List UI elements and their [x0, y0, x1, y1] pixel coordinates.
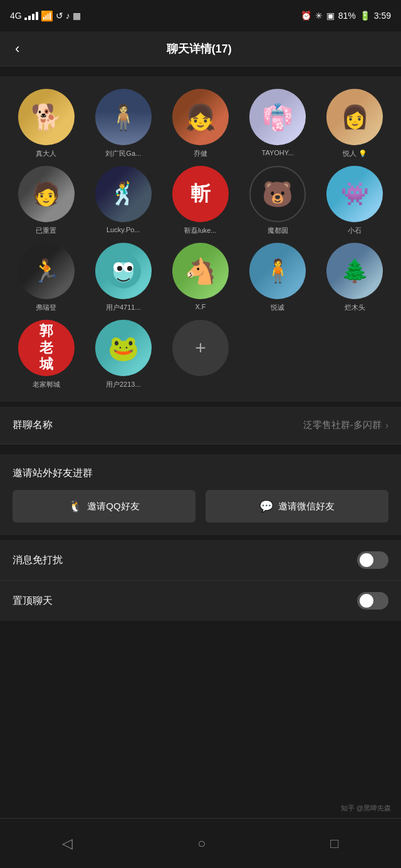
do-not-disturb-toggle[interactable]: [357, 551, 388, 569]
avatar: 斬: [172, 166, 229, 222]
svg-point-5: [127, 266, 132, 271]
tiktok-icon: ♪: [66, 11, 70, 21]
member-item[interactable]: 🏃 弗瑞登: [10, 243, 82, 312]
member-item[interactable]: 🐸 用户2213...: [87, 320, 159, 389]
time-display: 3:59: [374, 11, 391, 21]
member-name: 靳磊luke...: [184, 226, 216, 235]
chevron-right-icon: ›: [385, 420, 388, 431]
battery-icon: 🔋: [360, 11, 370, 21]
member-name: 乔健: [194, 149, 207, 158]
recents-nav-icon: □: [330, 835, 338, 852]
status-right: ⏰ ✳ ▣ 81% 🔋 3:59: [301, 11, 391, 21]
add-member-button[interactable]: +: [172, 320, 229, 376]
avatar: 🐻: [249, 166, 306, 222]
member-item[interactable]: 🧑 已重置: [10, 166, 82, 235]
group-name-row[interactable]: 群聊名称 泛零售社群-多闪群 ›: [0, 407, 401, 444]
member-item[interactable]: 斬 靳磊luke...: [164, 166, 236, 235]
settings-section: 群聊名称 泛零售社群-多闪群 ›: [0, 407, 401, 444]
member-item[interactable]: 🌲 烂木头: [319, 243, 391, 312]
avatar: 👘: [249, 89, 306, 145]
pin-chat-row: 置顶聊天: [0, 581, 401, 621]
toggle-settings-section: 消息免打扰 置顶聊天: [0, 540, 401, 621]
members-grid: 🐕 真大人 🧍 刘广民Ga... 👧 乔健 👘 TAYOHY... 👩: [10, 89, 391, 389]
avatar: [95, 243, 152, 299]
group-name-text: 泛零售社群-多闪群: [303, 419, 382, 431]
qq-icon: 🐧: [68, 499, 82, 513]
member-name: 悦诚: [271, 303, 284, 312]
member-item[interactable]: 郭老城 老家郸城: [10, 320, 82, 389]
wifi-icon: 📶: [41, 10, 53, 22]
bluetooth-icon: ✳: [315, 11, 323, 21]
member-name: 小石: [348, 226, 362, 235]
members-section: 🐕 真大人 🧍 刘广民Ga... 👧 乔健 👘 TAYOHY... 👩: [0, 76, 401, 402]
home-nav-button[interactable]: ○: [185, 830, 218, 857]
avatar: 🕺: [95, 166, 152, 222]
svg-point-4: [117, 266, 122, 271]
member-name: 用户4711...: [106, 303, 141, 312]
page-title: 聊天详情(17): [32, 41, 366, 56]
avatar: 👩: [326, 89, 383, 145]
avatar: 🧍: [249, 243, 306, 299]
member-name: 魔都圆: [268, 226, 288, 235]
plus-icon: +: [195, 337, 206, 359]
member-name: Lucky.Po...: [107, 226, 140, 233]
avatar: 👾: [326, 166, 383, 222]
watermark: 知乎 @黑啤先森: [341, 804, 391, 813]
member-item[interactable]: 🐴 X.F: [164, 243, 236, 312]
member-item[interactable]: 🕺 Lucky.Po...: [87, 166, 159, 235]
group-name-label: 群聊名称: [13, 419, 53, 432]
invite-qq-label: 邀请QQ好友: [87, 501, 139, 513]
header: ‹ 聊天详情(17): [0, 31, 401, 66]
battery-text: 81%: [338, 11, 356, 21]
status-bar: 4G 📶 ↺ ♪ ▦ ⏰ ✳ ▣ 81% 🔋 3:59: [0, 0, 401, 31]
member-item[interactable]: 👩 悦人 💡: [319, 89, 391, 158]
member-name: 真大人: [36, 149, 56, 158]
member-name: 已重置: [36, 226, 56, 235]
member-name: 老家郸城: [33, 380, 60, 389]
middle-divider-3: [0, 535, 401, 540]
wechat-icon: 💬: [259, 499, 273, 513]
member-name: 烂木头: [345, 303, 365, 312]
member-item[interactable]: 🧍 刘广民Ga...: [87, 89, 159, 158]
bottom-navigation: ◁ ○ □: [0, 818, 401, 868]
app-icon: ▦: [73, 11, 81, 21]
avatar: 🐴: [172, 243, 229, 299]
status-left: 4G 📶 ↺ ♪ ▦: [10, 10, 81, 22]
member-item[interactable]: 👧 乔健: [164, 89, 236, 158]
invite-qq-button[interactable]: 🐧 邀请QQ好友: [13, 490, 195, 523]
avatar: 🐕: [18, 89, 75, 145]
member-item[interactable]: 🧍 悦诚: [242, 243, 314, 312]
avatar: 🐸: [95, 320, 152, 376]
do-not-disturb-label: 消息免打扰: [13, 554, 63, 567]
member-item[interactable]: 用户4711...: [87, 243, 159, 312]
middle-divider-2: [0, 444, 401, 449]
recents-nav-button[interactable]: □: [318, 830, 351, 857]
invite-wechat-button[interactable]: 💬 邀请微信好友: [206, 490, 388, 523]
invite-section: 邀请站外好友进群 🐧 邀请QQ好友 💬 邀请微信好友: [0, 454, 401, 535]
middle-divider-1: [0, 402, 401, 407]
avatar: 🏃: [18, 243, 75, 299]
avatar: 🌲: [326, 243, 383, 299]
add-member-item[interactable]: +: [164, 320, 236, 389]
pin-chat-toggle[interactable]: [357, 592, 388, 610]
back-nav-button[interactable]: ◁: [49, 830, 85, 857]
member-item[interactable]: 🐕 真大人: [10, 89, 82, 158]
member-item[interactable]: 👘 TAYOHY...: [242, 89, 314, 158]
invite-title: 邀请站外好友进群: [13, 467, 388, 480]
home-nav-icon: ○: [197, 835, 206, 852]
back-nav-icon: ◁: [62, 835, 73, 852]
back-button[interactable]: ‹: [10, 36, 24, 62]
member-name: 刘广民Ga...: [105, 149, 141, 158]
signal-text: 4G: [10, 11, 22, 21]
invite-wechat-label: 邀请微信好友: [278, 501, 335, 513]
member-name: TAYOHY...: [262, 149, 294, 156]
member-item[interactable]: 👾 小石: [319, 166, 391, 235]
toggle-thumb: [360, 553, 373, 567]
invite-buttons: 🐧 邀请QQ好友 💬 邀请微信好友: [13, 490, 388, 523]
bottom-spacer: [0, 621, 401, 683]
sync-icon: ↺: [56, 11, 63, 21]
member-item[interactable]: 🐻 魔都圆: [242, 166, 314, 235]
avatar: 🧑: [18, 166, 75, 222]
avatar: 郭老城: [18, 320, 75, 376]
signal-bars: [24, 12, 38, 20]
